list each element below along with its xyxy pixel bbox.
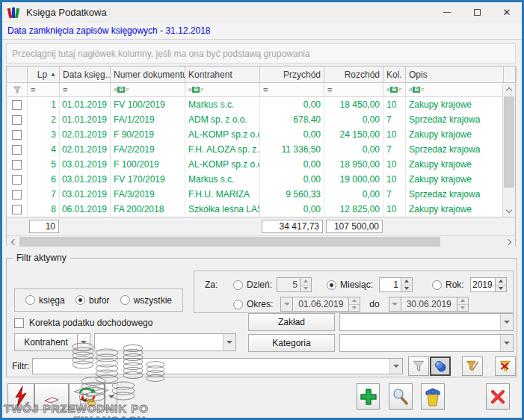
filter-cell-kol[interactable]: aBc — [383, 83, 406, 96]
maximize-button[interactable] — [462, 2, 492, 22]
filter-clear-button[interactable] — [495, 356, 516, 376]
radio-bufor[interactable]: bufor — [75, 295, 109, 306]
grid-row[interactable]: 503.01.2019F 100/2019AL-KOMP sp.z o.o.0,… — [7, 157, 515, 172]
grid-row[interactable]: 302.01.2019F 90/2019AL-KOMP sp.z o.o.0,0… — [7, 127, 515, 142]
grid-row[interactable]: 603.01.2019FV 170/2019Markus s.c.0,0019 … — [7, 172, 515, 187]
cell-lp[interactable]: 2 — [28, 112, 60, 127]
okres-from-up[interactable] — [349, 297, 360, 305]
cell-rozchod[interactable]: 18 450,00 — [324, 97, 383, 112]
okres-from-down[interactable] — [349, 305, 360, 312]
cell-lp[interactable]: 1 — [28, 97, 60, 112]
miesiac-spinner[interactable]: 1 — [379, 277, 413, 292]
col-header-kontrahent[interactable]: Kontrahent — [185, 67, 260, 82]
okres-from-datefield[interactable]: 01.06.2019 — [280, 297, 360, 312]
scroll-up-button[interactable] — [503, 83, 515, 95]
filter-cell-kontrahent[interactable]: aBc — [185, 83, 260, 96]
filter-edit-button[interactable] — [462, 356, 483, 376]
cell-opis[interactable]: Sprzedaż krajowa — [406, 142, 504, 157]
filter-cell-rozchod[interactable]: = — [324, 83, 383, 96]
grid-row[interactable]: 402.01.2019FA/2/2019F.H. ALOZA sp. z...1… — [7, 142, 515, 157]
add-record-button[interactable] — [357, 383, 380, 410]
korekta-checkbox-row[interactable]: Korekta podatku dochodowego — [14, 318, 152, 328]
col-header-numer[interactable]: Numer dokumentu — [111, 67, 185, 82]
cell-data[interactable]: 01.01.2019 — [60, 97, 111, 112]
kontrahent-combo-arrow[interactable] — [223, 334, 235, 350]
close-button[interactable]: ✕ — [492, 2, 522, 22]
filter-cell-opis[interactable]: aBc — [406, 83, 504, 96]
cell-kol[interactable]: 10 — [383, 202, 406, 217]
cell-przychod[interactable]: 11 336,50 — [260, 142, 324, 157]
okres-to-down[interactable] — [457, 305, 468, 312]
filter-funnel-cell[interactable] — [7, 83, 28, 96]
cell-opis[interactable]: Zakupy krajowe — [406, 127, 504, 142]
minimize-button[interactable] — [432, 2, 462, 22]
dzien-spinner[interactable]: 5 — [277, 277, 312, 292]
scroll-right-button[interactable] — [503, 236, 515, 247]
cell-kontrahent[interactable]: F.H. ALOZA sp. z... — [185, 142, 260, 157]
row-checkbox[interactable] — [12, 115, 22, 125]
horizontal-scrollbar[interactable] — [7, 235, 515, 247]
row-checkbox[interactable] — [12, 160, 22, 170]
cell-rozchod[interactable]: 19 000,00 — [324, 172, 383, 187]
col-header-data[interactable]: Data księg... — [60, 67, 111, 82]
filter-cell-lp[interactable]: = — [28, 83, 60, 96]
group-by-hint-panel[interactable]: Przeciągnij tutaj nagłówek kolumny, jeśl… — [6, 43, 516, 64]
kategoria-button[interactable]: Kategoria — [248, 334, 335, 352]
cell-opis[interactable]: Zakupy krajowe — [406, 172, 504, 187]
radio-miesiac[interactable]: Miesiąc: — [327, 280, 373, 290]
okres-to-dropdown[interactable] — [389, 297, 401, 312]
cell-kontrahent[interactable]: Szkółka leśna LAS — [185, 202, 260, 217]
cell-data[interactable]: 03.01.2019 — [60, 157, 111, 172]
cell-data[interactable]: 01.01.2019 — [60, 112, 111, 127]
grid-row[interactable]: 101.01.2019FV 100/2019Markus s.c.0,0018 … — [7, 97, 515, 112]
cell-numer[interactable]: FA/1/2019 — [111, 112, 185, 127]
cell-lp[interactable]: 8 — [28, 202, 60, 217]
col-header-rozchod[interactable]: Rozchód — [324, 67, 383, 82]
row-checkbox[interactable] — [12, 145, 22, 155]
cell-data[interactable]: 03.01.2019 — [60, 172, 111, 187]
cell-kontrahent[interactable]: Markus s.c. — [185, 172, 260, 187]
settlements-button[interactable] — [69, 383, 105, 410]
filter-construct-button[interactable] — [408, 356, 429, 376]
zaklad-button[interactable]: Zakład — [248, 313, 335, 331]
cell-numer[interactable]: FV 170/2019 — [111, 172, 185, 187]
cell-numer[interactable]: FV 100/2019 — [111, 97, 185, 112]
cell-rozchod[interactable]: 12 825,00 — [324, 202, 383, 217]
cell-numer[interactable]: F 100/2019 — [111, 157, 185, 172]
cell-rozchod[interactable]: 24 150,00 — [324, 127, 383, 142]
cell-data[interactable]: 02.01.2019 — [60, 142, 111, 157]
filter-pin-toggle-button[interactable] — [430, 356, 451, 376]
korekta-checkbox[interactable] — [14, 318, 24, 328]
radio-wszystkie[interactable]: wszystkie — [120, 295, 172, 306]
cell-lp[interactable]: 7 — [28, 187, 60, 202]
cell-rozchod[interactable]: 0,00 — [324, 112, 383, 127]
cell-opis[interactable]: Sprzedaż krajowa — [406, 112, 504, 127]
filtr-combo-arrow[interactable] — [389, 359, 402, 374]
kontrahent-combo[interactable] — [94, 333, 236, 351]
kontrahent-dropdown-button[interactable] — [77, 333, 90, 351]
cell-przychod[interactable]: 0,00 — [260, 202, 324, 217]
cell-kontrahent[interactable]: F.H.U. MARIZA — [185, 187, 260, 202]
miesiac-spin-down[interactable] — [401, 285, 412, 292]
cell-rozchod[interactable]: 0,00 — [324, 142, 383, 157]
filter-cell-numer[interactable]: aBc — [111, 83, 185, 96]
settlements-dropdown-button[interactable] — [105, 383, 117, 410]
zaklad-combo[interactable] — [339, 313, 514, 331]
kategoria-combo-arrow[interactable] — [500, 335, 513, 351]
cell-data[interactable]: 02.01.2019 — [60, 127, 111, 142]
horizontal-scrollbar-thumb[interactable] — [19, 237, 440, 247]
col-header-przychod[interactable]: Przychód — [260, 67, 324, 82]
cell-rozchod[interactable]: 18 950,00 — [324, 157, 383, 172]
grid-row[interactable]: 201.01.2019FA/1/2019ADM sp. z o.o.678,40… — [7, 112, 515, 127]
rok-spinner[interactable]: 2019 — [470, 277, 507, 292]
row-checkbox[interactable] — [12, 190, 22, 200]
radio-okres[interactable]: Okres: — [233, 299, 273, 309]
cell-przychod[interactable]: 0,00 — [260, 127, 324, 142]
grid-row[interactable]: 806.01.2019FA 200/2018Szkółka leśna LAS0… — [7, 202, 515, 217]
cell-kontrahent[interactable]: Markus s.c. — [185, 97, 260, 112]
zaklad-combo-arrow[interactable] — [500, 314, 513, 330]
filtr-combo[interactable] — [32, 358, 403, 374]
cell-kol[interactable]: 7 — [383, 187, 406, 202]
cell-kol[interactable]: 7 — [383, 112, 406, 127]
cell-kol[interactable]: 10 — [383, 172, 406, 187]
